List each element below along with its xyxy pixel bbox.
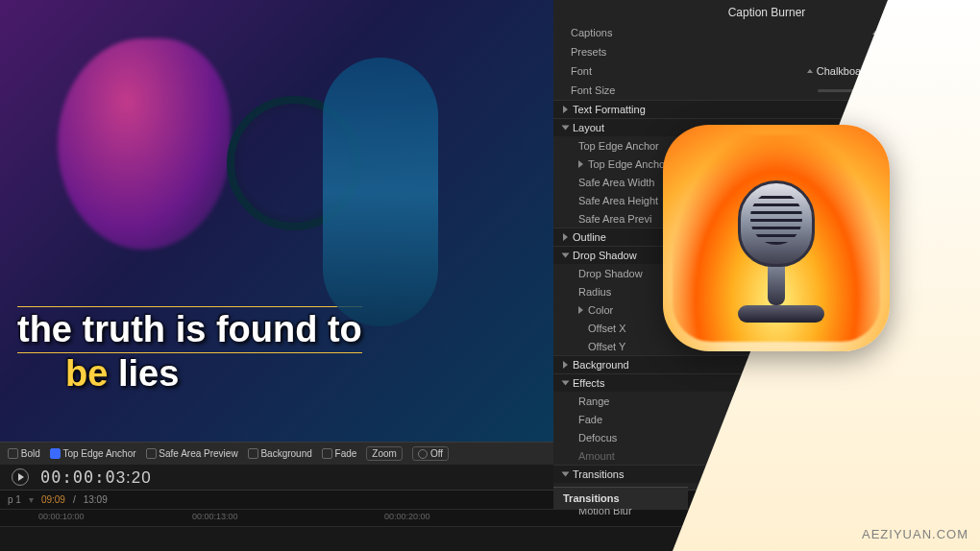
text-formatting-group[interactable]: Text Formatting xyxy=(553,100,980,118)
fade-row[interactable]: Fade xyxy=(553,410,980,428)
font-label: Font xyxy=(571,65,686,77)
play-button[interactable] xyxy=(12,468,29,486)
app-icon xyxy=(663,125,890,351)
captions-label: Captions xyxy=(571,27,686,38)
disclosure-triangle-icon xyxy=(563,106,568,113)
font-size-label: Font Size xyxy=(571,84,686,96)
presets-select[interactable]: Lyrics! xyxy=(877,46,926,58)
font-weight-select[interactable]: Bold xyxy=(886,65,926,77)
caption-highlight-word: be xyxy=(65,353,108,394)
range-row[interactable]: Range xyxy=(553,392,980,410)
disclosure-triangle-icon xyxy=(578,306,583,314)
font-size-value[interactable]: 38.0 xyxy=(891,84,911,96)
ruler-tick: 00:00:13:00 xyxy=(192,512,238,521)
timecode-display[interactable]: 00:00:03:20 xyxy=(40,467,152,488)
defocus-row[interactable]: Defocus xyxy=(553,428,980,446)
playbar: 00:00:03:20 xyxy=(0,465,553,490)
zoom-select[interactable]: Zoom xyxy=(366,446,403,461)
safe-area-preview-toggle[interactable]: Safe Area Preview xyxy=(146,448,238,460)
disclosure-triangle-icon xyxy=(562,253,570,258)
caption-overlay: the truth is found to be lies xyxy=(17,306,362,395)
transitions-tab[interactable]: Transitions xyxy=(553,487,688,509)
font-row: Font Chalkboard Bold xyxy=(553,61,980,81)
microphone-icon xyxy=(738,180,815,296)
timeline-tracks[interactable] xyxy=(0,527,980,551)
background-group[interactable]: Background xyxy=(553,355,980,373)
inspector-title: Caption Burner xyxy=(553,0,980,23)
presets-label: Presets xyxy=(571,46,686,58)
bold-toggle[interactable]: Bold xyxy=(8,448,40,460)
ruler-tick: 00:00:20:00 xyxy=(384,512,430,521)
disclosure-triangle-icon xyxy=(578,160,583,168)
disclosure-triangle-icon xyxy=(563,361,568,369)
top-edge-anchor-toggle[interactable]: Top Edge Anchor xyxy=(50,448,136,460)
caption-line-1: the truth is found to xyxy=(17,306,362,354)
captions-row: Captions English xyxy=(553,23,980,42)
presets-row: Presets Lyrics! xyxy=(553,42,980,61)
disclosure-triangle-icon xyxy=(562,472,570,477)
ruler-tick: 00:00:10:00 xyxy=(38,512,85,521)
disclosure-triangle-icon xyxy=(563,233,568,241)
off-toggle[interactable]: Off xyxy=(412,446,449,461)
preview-mic-shape xyxy=(227,96,361,230)
amount-row[interactable]: Amount xyxy=(553,446,980,465)
font-size-unit: % xyxy=(917,84,926,96)
clip-duration: 13:09 xyxy=(84,494,108,505)
background-toggle[interactable]: Background xyxy=(248,448,312,460)
transitions-group[interactable]: Transitions xyxy=(553,465,980,483)
preview-toolbar: Bold Top Edge Anchor Safe Area Preview B… xyxy=(0,442,553,465)
edit-link[interactable]: Edit xyxy=(946,27,970,38)
playhead-position: 09:09 xyxy=(41,494,65,505)
caption-line-2: be lies xyxy=(17,353,362,395)
save-link[interactable]: Save xyxy=(946,44,970,56)
caption-rest: lies xyxy=(108,353,179,394)
effects-group[interactable]: Effects xyxy=(553,373,980,392)
disclosure-triangle-icon xyxy=(562,126,570,131)
record-icon xyxy=(418,449,428,459)
captions-select[interactable]: English xyxy=(872,27,926,38)
font-size-slider[interactable] xyxy=(818,89,885,92)
fade-toggle[interactable]: Fade xyxy=(322,448,357,460)
font-family-select[interactable]: Chalkboard xyxy=(807,65,880,77)
help-link[interactable]: Help xyxy=(948,6,970,17)
clip-name[interactable]: p 1 xyxy=(8,494,21,505)
disclosure-triangle-icon xyxy=(562,381,570,386)
video-preview[interactable]: the truth is found to be lies xyxy=(0,0,553,442)
watermark-text: AEZIYUAN.COM xyxy=(862,527,968,541)
font-size-row: Font Size 38.0 % xyxy=(553,81,980,100)
